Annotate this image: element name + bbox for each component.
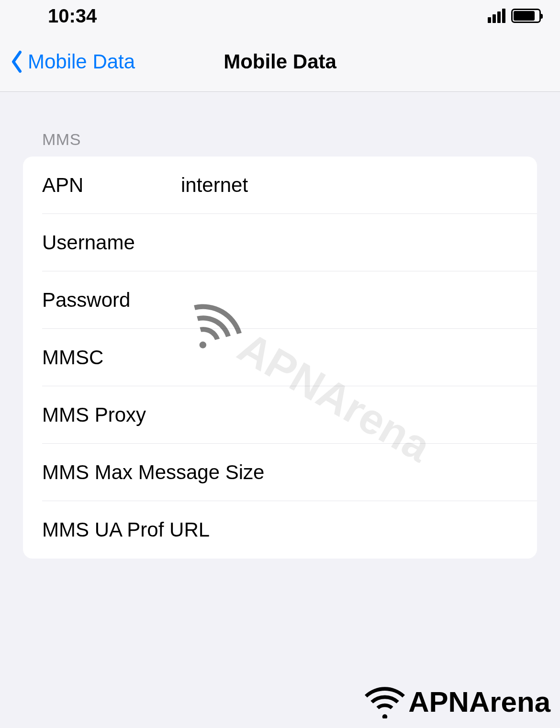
- mms-proxy-label: MMS Proxy: [42, 403, 181, 426]
- mmsc-label: MMSC: [42, 346, 181, 369]
- chevron-left-icon: [10, 50, 24, 73]
- username-label: Username: [42, 231, 181, 254]
- status-indicators: [488, 9, 541, 23]
- status-time: 10:34: [48, 5, 97, 27]
- mms-proxy-input[interactable]: [181, 403, 518, 426]
- navigation-bar: Mobile Data Mobile Data: [0, 32, 560, 92]
- footer-logo: APNArena: [363, 685, 550, 718]
- content-area: MMS APN Username Password MMSC MMS Proxy: [0, 92, 560, 559]
- cellular-signal-icon: [488, 9, 505, 23]
- username-input[interactable]: [181, 231, 518, 254]
- section-header-mms: MMS: [23, 130, 537, 157]
- page-title: Mobile Data: [224, 50, 336, 73]
- mms-ua-prof-row[interactable]: MMS UA Prof URL: [23, 501, 537, 559]
- password-label: Password: [42, 289, 181, 312]
- mms-ua-prof-input[interactable]: [210, 518, 518, 541]
- apn-label: APN: [42, 174, 181, 197]
- status-bar: 10:34: [0, 0, 560, 32]
- footer-logo-text: APNArena: [408, 685, 550, 718]
- password-row[interactable]: Password: [23, 271, 537, 329]
- back-label: Mobile Data: [28, 50, 135, 73]
- apn-input[interactable]: [181, 174, 518, 197]
- mms-ua-prof-label: MMS UA Prof URL: [42, 518, 210, 541]
- back-button[interactable]: Mobile Data: [10, 50, 135, 73]
- mms-settings-group: APN Username Password MMSC MMS Proxy MMS…: [23, 157, 537, 559]
- username-row[interactable]: Username: [23, 214, 537, 271]
- apn-row[interactable]: APN: [23, 157, 537, 214]
- mmsc-input[interactable]: [181, 346, 518, 369]
- wifi-icon: [363, 685, 406, 718]
- mms-max-size-label: MMS Max Message Size: [42, 461, 264, 484]
- mms-max-size-row[interactable]: MMS Max Message Size: [23, 444, 537, 501]
- password-input[interactable]: [181, 289, 518, 312]
- mms-proxy-row[interactable]: MMS Proxy: [23, 386, 537, 444]
- mmsc-row[interactable]: MMSC: [23, 329, 537, 386]
- battery-icon: [511, 9, 541, 23]
- mms-max-size-input[interactable]: [264, 461, 518, 484]
